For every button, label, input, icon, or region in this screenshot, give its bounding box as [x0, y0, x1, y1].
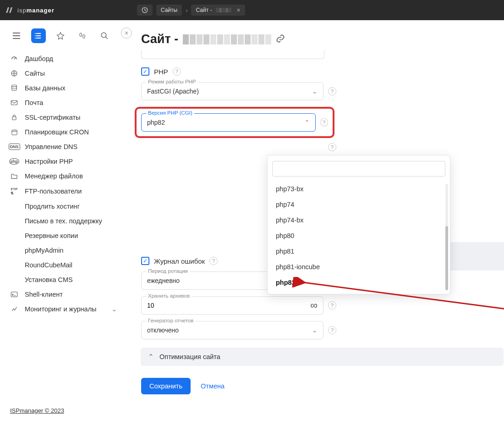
- main-panel: × Сайт - ✓ PHP ? Режим работы PHP FastCG…: [127, 20, 504, 426]
- nav-ssl[interactable]: SSL-сертификаты: [5, 110, 122, 125]
- chevron-down-icon: ⌄: [111, 305, 117, 313]
- help-icon[interactable]: ?: [328, 326, 336, 334]
- form-actions: Сохранить Отмена: [141, 378, 462, 394]
- php-version-highlight: Версия PHP (CGI) php82 ⌃ ?: [135, 107, 334, 138]
- breadcrumb: Сайты › Сайт - ×: [137, 5, 245, 16]
- logo-text: ispmanager: [17, 7, 55, 14]
- dropdown-search-input[interactable]: [272, 161, 445, 177]
- breadcrumb-site-current[interactable]: Сайт - ×: [191, 5, 245, 16]
- help-icon[interactable]: ?: [320, 118, 328, 127]
- nav-label: Менеджер файлов: [25, 172, 83, 180]
- reports-select[interactable]: Генератор отчетов отключено ⌄: [141, 321, 323, 339]
- chevron-right-icon: ›: [186, 7, 187, 14]
- field-value: FastCGI (Apache): [147, 88, 199, 95]
- dropdown-option[interactable]: php81-ioncube: [272, 259, 445, 275]
- nav-label: Мониторинг и журналы: [25, 305, 97, 313]
- help-icon[interactable]: ?: [328, 87, 336, 95]
- field-legend: Генератор отчетов: [146, 318, 195, 323]
- nav-sublist: Продлить хостинг Письмо в тех. поддержку…: [20, 199, 122, 287]
- nav-databases[interactable]: Базы данных: [5, 81, 122, 95]
- list-icon[interactable]: [31, 28, 46, 43]
- field-legend: Хранить архивов: [146, 293, 192, 299]
- field-legend: Режим работы PHP: [146, 79, 198, 84]
- nav-sub-phpmyadmin[interactable]: phpMyAdmin: [20, 243, 122, 258]
- nav-dns[interactable]: DNSУправление DNS: [5, 139, 122, 154]
- dropdown-option[interactable]: php74: [272, 197, 445, 212]
- nav-files[interactable]: Менеджер файлов: [5, 169, 122, 183]
- nav-dashboard[interactable]: Дашборд: [5, 51, 122, 66]
- nav-sub-support[interactable]: Письмо в тех. поддержку: [20, 214, 122, 228]
- dropdown-option[interactable]: php74-bx: [272, 212, 445, 228]
- chevron-up-icon: ⌃: [148, 353, 154, 360]
- nav-php[interactable]: phpНастройки PHP: [5, 154, 122, 169]
- panel-close-icon[interactable]: ×: [121, 28, 132, 39]
- terminal-icon: [10, 291, 18, 298]
- globe-icon: [10, 70, 18, 77]
- footer-copyright[interactable]: ISPmanager © 2023: [5, 403, 122, 420]
- breadcrumb-clock-icon[interactable]: [137, 5, 153, 16]
- cancel-button[interactable]: Отмена: [201, 382, 225, 390]
- help-icon[interactable]: ?: [173, 67, 181, 76]
- php-version-select[interactable]: Версия PHP (CGI) php82 ⌃: [141, 113, 316, 132]
- lock-icon: [10, 114, 18, 121]
- folder-icon: [10, 173, 18, 179]
- archives-field: Хранить архивов 10 ∞ ?: [141, 296, 462, 315]
- reports-field: Генератор отчетов отключено ⌄ ?: [141, 321, 462, 339]
- dropdown-option-selected[interactable]: php82: [272, 275, 445, 290]
- nav-sites[interactable]: Сайты: [5, 66, 122, 81]
- field-value: php82: [147, 119, 165, 126]
- link-icon[interactable]: [276, 34, 285, 45]
- help-icon[interactable]: ?: [328, 301, 336, 310]
- errlog-checkbox[interactable]: ✓: [141, 257, 149, 265]
- php-mode-select[interactable]: Режим работы PHP FastCGI (Apache) ⌄: [141, 82, 323, 100]
- clipped-field: [141, 50, 324, 59]
- dropdown-option[interactable]: php80: [272, 228, 445, 243]
- page-title: Сайт -: [141, 32, 178, 46]
- field-value: 10: [147, 302, 154, 309]
- save-button[interactable]: Сохранить: [141, 378, 191, 394]
- php-checkbox-row: ✓ PHP ?: [141, 67, 462, 76]
- close-icon[interactable]: ×: [237, 6, 241, 14]
- scrollbar[interactable]: [445, 184, 448, 290]
- nav-sub-roundcube[interactable]: RoundCubeMail: [20, 258, 122, 272]
- nav-monitoring[interactable]: Мониторинг и журналы⌄: [5, 302, 122, 316]
- scrollbar-thumb[interactable]: [445, 226, 448, 290]
- dropdown-option[interactable]: php81: [272, 243, 445, 259]
- nav-label: Письмо в тех. поддержку: [25, 217, 102, 225]
- errlog-checkbox-label: Журнал ошибок: [154, 257, 205, 265]
- chevron-down-icon: ⌄: [312, 88, 318, 95]
- php-checkbox-label: PHP: [154, 68, 168, 76]
- infinity-icon[interactable]: ∞: [310, 299, 318, 311]
- help-icon[interactable]: ?: [328, 143, 336, 151]
- nav-mail[interactable]: Почта: [5, 95, 122, 110]
- svg-point-8: [12, 85, 17, 87]
- search-icon[interactable]: [97, 28, 112, 43]
- nav-label: SSL-сертификаты: [25, 114, 81, 121]
- footprints-icon[interactable]: [75, 28, 90, 43]
- nav-sub-cms[interactable]: Установка CMS: [20, 272, 122, 287]
- sidebar: Дашборд Сайты Базы данных Почта SSL-серт…: [0, 20, 127, 426]
- dropdown-option[interactable]: php73-bx: [272, 181, 445, 197]
- archives-input[interactable]: Хранить архивов 10 ∞: [141, 296, 323, 315]
- breadcrumb-sites[interactable]: Сайты: [156, 5, 182, 16]
- logo[interactable]: ispmanager: [5, 6, 55, 14]
- nav-shell[interactable]: Shell-клиент: [5, 287, 122, 302]
- dns-icon: DNS: [10, 144, 18, 150]
- nav-sub-extend[interactable]: Продлить хостинг: [20, 199, 122, 214]
- php-icon: php: [10, 158, 18, 165]
- nav-label: Почта: [25, 99, 43, 106]
- svg-point-5: [83, 35, 85, 39]
- chart-icon: [10, 306, 18, 313]
- optimization-collapse[interactable]: ⌃ Оптимизация сайта: [141, 348, 504, 366]
- nav-ftp[interactable]: FTP⇅FTP-пользователи: [5, 183, 122, 199]
- svg-point-1: [35, 33, 36, 34]
- nav-sub-backup[interactable]: Резервные копии: [20, 228, 122, 243]
- help-icon[interactable]: ?: [209, 257, 218, 265]
- nav-cron[interactable]: Планировщик CRON: [5, 125, 122, 139]
- svg-point-4: [80, 33, 82, 37]
- menu-icon[interactable]: [9, 28, 24, 43]
- sidebar-toolbar: [9, 28, 122, 43]
- php-checkbox[interactable]: ✓: [141, 67, 149, 76]
- mail-icon: [10, 100, 18, 106]
- star-icon[interactable]: [53, 28, 68, 43]
